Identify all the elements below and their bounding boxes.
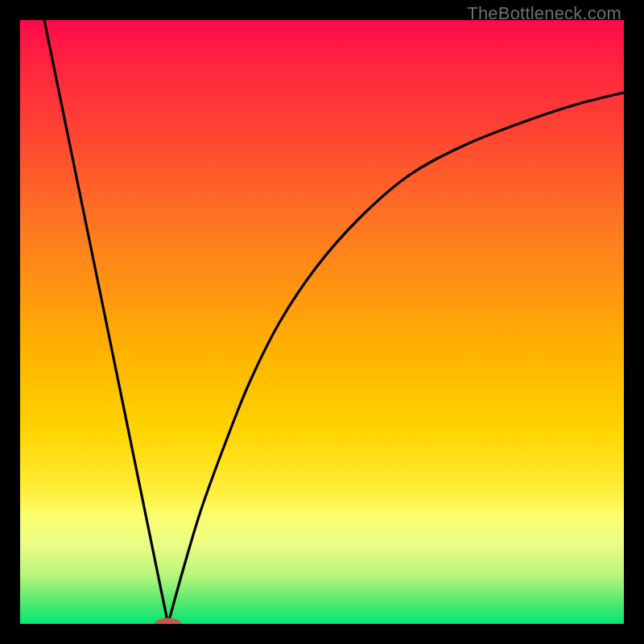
min-marker — [155, 618, 181, 625]
curve-left-branch — [44, 20, 168, 624]
chart-frame — [20, 20, 624, 624]
chart-svg — [20, 20, 624, 624]
attribution-text: TheBottleneck.com — [467, 3, 621, 24]
curve-right-branch — [168, 93, 624, 624]
